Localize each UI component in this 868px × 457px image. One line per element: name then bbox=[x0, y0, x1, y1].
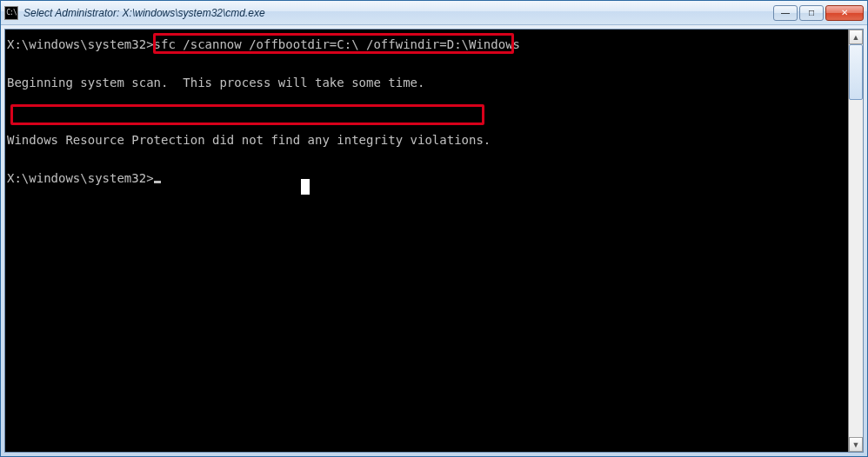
scroll-track[interactable] bbox=[849, 44, 863, 437]
command-text: sfc /scannow /offbootdir=C:\ /offwindir=… bbox=[154, 37, 520, 51]
minimize-button[interactable]: — bbox=[773, 5, 798, 21]
window-title: Select Administrator: X:\windows\system3… bbox=[23, 7, 773, 19]
cmd-icon: C:\ bbox=[4, 6, 18, 20]
terminal-window: C:\ Select Administrator: X:\windows\sys… bbox=[0, 0, 868, 457]
artifact-block bbox=[301, 179, 310, 195]
prompt: X:\windows\system32> bbox=[7, 37, 154, 51]
prompt: X:\windows\system32> bbox=[7, 171, 154, 185]
console-output[interactable]: X:\windows\system32>sfc /scannow /offboo… bbox=[5, 30, 848, 452]
maximize-button[interactable]: □ bbox=[799, 5, 824, 21]
titlebar[interactable]: C:\ Select Administrator: X:\windows\sys… bbox=[1, 1, 867, 25]
scroll-thumb[interactable] bbox=[849, 44, 863, 100]
scroll-down-button[interactable]: ▼ bbox=[849, 437, 863, 452]
highlight-box bbox=[10, 104, 484, 125]
scroll-up-button[interactable]: ▲ bbox=[849, 30, 863, 44]
close-button[interactable]: ✕ bbox=[825, 5, 864, 21]
output-line: Windows Resource Protection did not find… bbox=[7, 133, 491, 147]
output-line: Beginning system scan. This process will… bbox=[7, 76, 424, 89]
vertical-scrollbar[interactable]: ▲ ▼ bbox=[848, 30, 863, 452]
window-controls: — □ ✕ bbox=[773, 5, 864, 21]
console-area: X:\windows\system32>sfc /scannow /offboo… bbox=[4, 29, 864, 453]
cursor-icon bbox=[154, 181, 161, 183]
